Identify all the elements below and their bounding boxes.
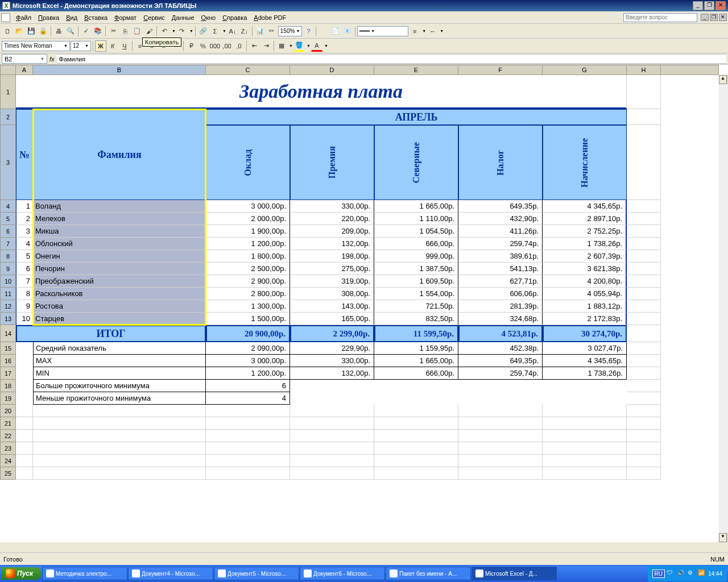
data-severnye[interactable]: 1 387,50р. bbox=[374, 263, 458, 275]
data-num[interactable]: 4 bbox=[16, 238, 33, 250]
title-cell[interactable]: Заработная плата bbox=[16, 75, 627, 109]
data-name-cell[interactable]: Печорин bbox=[33, 263, 206, 275]
data-nalog[interactable]: 432,90р. bbox=[458, 213, 543, 225]
col-header-D[interactable]: D bbox=[290, 65, 374, 75]
document-icon[interactable] bbox=[1, 13, 10, 22]
empty-cell[interactable] bbox=[374, 467, 458, 480]
empty-cell[interactable] bbox=[627, 109, 661, 125]
data-oklad[interactable]: 2 500,00р. bbox=[206, 263, 290, 275]
empty-cell[interactable] bbox=[33, 417, 206, 430]
empty-cell[interactable] bbox=[206, 455, 290, 467]
stat-val[interactable]: 649,35р. bbox=[458, 355, 543, 367]
empty-cell[interactable] bbox=[206, 442, 290, 455]
empty-cell[interactable] bbox=[206, 417, 290, 430]
empty-cell[interactable] bbox=[290, 430, 374, 442]
empty-cell[interactable] bbox=[16, 467, 33, 480]
menu-правка[interactable]: Правка bbox=[35, 13, 63, 22]
empty-cell[interactable] bbox=[627, 325, 661, 342]
empty-cell[interactable] bbox=[627, 213, 661, 225]
empty-cell[interactable] bbox=[16, 405, 33, 417]
data-severnye[interactable]: 1 110,00р. bbox=[374, 213, 458, 225]
empty-cell[interactable] bbox=[627, 75, 661, 109]
col-header-A[interactable]: A bbox=[16, 65, 33, 75]
data-num[interactable]: 7 bbox=[16, 275, 33, 288]
empty-cell[interactable] bbox=[16, 430, 33, 442]
stat-label[interactable]: MAX bbox=[33, 355, 206, 367]
empty-cell[interactable] bbox=[627, 263, 661, 275]
data-premiya[interactable]: 308,00р. bbox=[290, 288, 374, 300]
data-name-cell[interactable]: Ростова bbox=[33, 300, 206, 313]
name-box[interactable]: B2▼ bbox=[2, 54, 47, 64]
itog-d[interactable]: 2 299,00р. bbox=[290, 325, 374, 342]
italic-icon[interactable]: К bbox=[107, 40, 118, 52]
chart-icon[interactable]: 📊 bbox=[254, 26, 266, 37]
row-header-7[interactable]: 7 bbox=[0, 238, 16, 250]
font-color-icon[interactable]: A bbox=[311, 40, 322, 52]
data-severnye[interactable]: 1 609,50р. bbox=[374, 275, 458, 288]
empty-cell[interactable] bbox=[543, 417, 627, 430]
data-oklad[interactable]: 3 000,00р. bbox=[206, 200, 290, 213]
redo-icon[interactable]: ↷ bbox=[176, 26, 188, 37]
data-nachislenie[interactable]: 3 621,38р. bbox=[543, 263, 627, 275]
header-Оклад[interactable]: Оклад bbox=[206, 125, 290, 200]
empty-cell[interactable] bbox=[627, 380, 661, 392]
empty-cell[interactable] bbox=[627, 225, 661, 238]
select-all-corner[interactable] bbox=[0, 65, 16, 75]
menu-вставка[interactable]: Вставка bbox=[81, 13, 111, 22]
data-premiya[interactable]: 319,00р. bbox=[290, 275, 374, 288]
data-name-cell[interactable]: Преображенский bbox=[33, 275, 206, 288]
data-premiya[interactable]: 275,00р. bbox=[290, 263, 374, 275]
empty-cell[interactable] bbox=[374, 430, 458, 442]
data-nalog[interactable]: 259,74р. bbox=[458, 238, 543, 250]
stat-val[interactable]: 2 090,00р. bbox=[206, 342, 290, 355]
data-severnye[interactable]: 721,50р. bbox=[374, 300, 458, 313]
stat-val[interactable]: 132,00р. bbox=[290, 367, 374, 380]
empty-cell[interactable] bbox=[458, 405, 543, 417]
empty-cell[interactable] bbox=[290, 417, 374, 430]
empty-cell[interactable] bbox=[374, 442, 458, 455]
extra-val[interactable]: 4 bbox=[206, 392, 290, 405]
maximize-button[interactable]: ❐ bbox=[704, 1, 714, 10]
empty-cell[interactable] bbox=[206, 467, 290, 480]
empty-cell[interactable] bbox=[627, 200, 661, 213]
tray-icon[interactable]: 📶 bbox=[698, 569, 706, 577]
empty-cell[interactable] bbox=[627, 288, 661, 300]
stat-val[interactable]: 229,90р. bbox=[290, 342, 374, 355]
row-header-8[interactable]: 8 bbox=[0, 250, 16, 263]
empty-cell[interactable] bbox=[543, 455, 627, 467]
empty-cell[interactable] bbox=[374, 405, 458, 417]
empty-cell[interactable] bbox=[290, 467, 374, 480]
data-oklad[interactable]: 2 000,00р. bbox=[206, 213, 290, 225]
close-button[interactable]: ✕ bbox=[715, 1, 726, 10]
data-premiya[interactable]: 220,00р. bbox=[290, 213, 374, 225]
extra-label[interactable]: Больше прожиточного минимума bbox=[33, 380, 206, 392]
start-button[interactable]: Пуск bbox=[1, 567, 41, 580]
empty-cell[interactable] bbox=[627, 430, 661, 442]
line-style-combo[interactable]: ━━━▼ bbox=[357, 26, 408, 36]
data-num[interactable]: 8 bbox=[16, 288, 33, 300]
hyperlink-icon[interactable]: 🔗 bbox=[197, 26, 209, 37]
data-oklad[interactable]: 2 800,00р. bbox=[206, 288, 290, 300]
decrease-decimal-icon[interactable]: ,0 bbox=[233, 40, 245, 52]
menu-сервис[interactable]: Сервис bbox=[140, 13, 168, 22]
row-header-9[interactable]: 9 bbox=[0, 263, 16, 275]
menu-файл[interactable]: Файл bbox=[13, 13, 35, 22]
empty-cell[interactable] bbox=[290, 442, 374, 455]
autosum-dropdown[interactable]: ▼ bbox=[221, 29, 226, 33]
data-nalog[interactable]: 324,68р. bbox=[458, 313, 543, 325]
open-icon[interactable]: 📂 bbox=[14, 26, 25, 37]
minimize-button[interactable]: _ bbox=[693, 1, 703, 10]
data-severnye[interactable]: 832,50р. bbox=[374, 313, 458, 325]
empty-cell[interactable] bbox=[627, 125, 661, 200]
data-num[interactable]: 5 bbox=[16, 250, 33, 263]
empty-cell[interactable] bbox=[627, 300, 661, 313]
redo-dropdown[interactable]: ▼ bbox=[188, 29, 193, 33]
empty-cell[interactable] bbox=[458, 455, 543, 467]
percent-icon[interactable]: % bbox=[197, 40, 209, 52]
decrease-indent-icon[interactable]: ⇤ bbox=[249, 40, 260, 52]
data-num[interactable]: 9 bbox=[16, 300, 33, 313]
comma-icon[interactable]: 000 bbox=[209, 40, 221, 52]
header-Премия[interactable]: Премия bbox=[290, 125, 374, 200]
sort-desc-icon[interactable]: Z↓ bbox=[239, 26, 250, 37]
col-header-E[interactable]: E bbox=[374, 65, 458, 75]
